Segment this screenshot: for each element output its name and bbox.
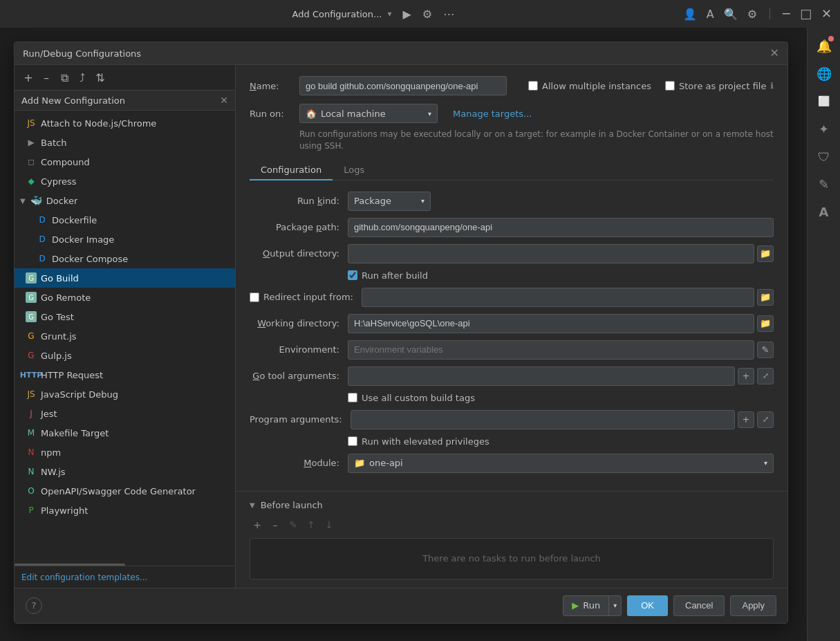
ai-icon[interactable]: ✦	[812, 116, 837, 141]
name-input[interactable]	[299, 76, 507, 95]
config-item-label: npm	[41, 447, 61, 458]
minimize-button[interactable]: ─	[783, 8, 790, 20]
run-icon[interactable]: ▶	[403, 8, 411, 21]
config-item-grunt[interactable]: G Grunt.js	[15, 326, 235, 346]
dropdown-arrow-icon: ▾	[428, 110, 431, 118]
notifications-icon[interactable]: 🔔	[812, 33, 837, 58]
before-launch-move-down-button[interactable]: ↓	[321, 517, 337, 532]
translate-icon[interactable]: A	[707, 8, 714, 21]
config-item-openapi[interactable]: O OpenAPI/Swagger Code Generator	[15, 481, 235, 501]
tab-logs[interactable]: Logs	[333, 160, 375, 180]
go-tool-expand-button[interactable]: ⤢	[757, 368, 774, 384]
add-config-button[interactable]: +	[20, 69, 37, 86]
run-on-dropdown[interactable]: 🏠 Local machine ▾	[299, 104, 438, 123]
environment-edit-button[interactable]: ✎	[757, 342, 774, 358]
run-debug-dialog: Run/Debug Configurations ✕ + – ⧉ ⤴ ⇅	[14, 41, 788, 624]
config-item-go-test[interactable]: G Go Test	[15, 307, 235, 326]
user-icon[interactable]: 👤	[683, 8, 697, 21]
config-item-npm[interactable]: N npm	[15, 443, 235, 462]
config-item-gulp[interactable]: G Gulp.js	[15, 346, 235, 365]
environment-wrap: ✎	[348, 340, 774, 360]
browser-icon[interactable]: 🌐	[812, 61, 837, 86]
more-icon[interactable]: ⋯	[443, 8, 454, 21]
plugin-icon[interactable]: ⬜	[812, 89, 837, 113]
ok-button[interactable]: OK	[627, 595, 668, 616]
run-after-build-checkbox[interactable]: Run after build	[348, 270, 428, 281]
config-item-dockerfile[interactable]: D Dockerfile	[15, 210, 235, 230]
before-launch-remove-button[interactable]: –	[268, 517, 283, 532]
search-icon[interactable]: 🔍	[724, 8, 738, 21]
sort-config-button[interactable]: ⇅	[92, 69, 109, 86]
config-item-playwright[interactable]: P Playwright	[15, 501, 235, 520]
program-args-add-button[interactable]: +	[738, 411, 754, 428]
config-item-batch[interactable]: ▶ Batch	[15, 133, 235, 152]
remove-config-button[interactable]: –	[38, 69, 55, 86]
config-item-docker[interactable]: ▼ 🐳 Docker	[15, 191, 235, 210]
store-as-project-checkbox[interactable]: Store as project file ℹ	[665, 81, 774, 91]
config-item-cypress[interactable]: ◆ Cypress	[15, 171, 235, 191]
config-item-makefile[interactable]: M Makefile Target	[15, 423, 235, 443]
run-button-main[interactable]: ▶ Run	[563, 596, 609, 615]
run-kind-dropdown[interactable]: Package ▾	[348, 192, 431, 211]
config-item-nwjs[interactable]: N NW.js	[15, 462, 235, 481]
jest-icon: J	[26, 408, 37, 419]
working-dir-browse-button[interactable]: 📁	[757, 315, 774, 332]
program-args-input[interactable]	[351, 410, 735, 429]
config-item-http[interactable]: HTTP HTTP Request	[15, 365, 235, 384]
working-dir-input[interactable]	[348, 314, 754, 333]
config-item-go-remote[interactable]: G Go Remote	[15, 288, 235, 307]
debug-icon[interactable]: ⚙	[422, 8, 432, 21]
go-tool-add-button[interactable]: +	[738, 368, 754, 384]
module-dropdown[interactable]: 📁 one-api ▾	[348, 454, 774, 473]
redirect-input-field[interactable]	[362, 288, 754, 307]
output-dir-input[interactable]	[348, 244, 754, 263]
copy-config-button[interactable]: ⧉	[56, 69, 73, 86]
run-button-dropdown[interactable]: ▾	[609, 596, 621, 615]
environment-input[interactable]	[348, 340, 754, 360]
title-dropdown-icon[interactable]: ▾	[387, 9, 391, 19]
use-custom-tags-checkbox[interactable]: Use all custom build tags	[348, 393, 475, 403]
settings-icon[interactable]: ⚙	[747, 8, 757, 21]
redirect-input-browse-button[interactable]: 📁	[757, 289, 774, 306]
config-item-docker-image[interactable]: D Docker Image	[15, 230, 235, 249]
redirect-input-checkbox[interactable]	[250, 292, 259, 302]
config-item-compound[interactable]: ◻ Compound	[15, 152, 235, 171]
run-button[interactable]: ▶ Run ▾	[563, 595, 622, 616]
package-path-input[interactable]	[348, 218, 774, 237]
config-item-docker-compose[interactable]: D Docker Compose	[15, 249, 235, 268]
tab-configuration[interactable]: Configuration	[250, 160, 333, 180]
run-on-value: 🏠 Local machine	[306, 109, 386, 119]
cancel-button[interactable]: Cancel	[673, 595, 725, 616]
output-dir-browse-button[interactable]: 📁	[757, 245, 774, 262]
before-launch-edit-button[interactable]: ✎	[286, 517, 301, 532]
name-checkboxes: Allow multiple instances Store as projec…	[528, 81, 774, 91]
editor-icon[interactable]: ✎	[812, 171, 837, 196]
manage-targets-link[interactable]: Manage targets...	[453, 109, 532, 119]
add-new-config-close[interactable]: ✕	[220, 95, 228, 106]
run-kind-row: Run kind: Package ▾	[250, 192, 774, 211]
before-launch-add-button[interactable]: +	[250, 517, 265, 532]
config-item-attach[interactable]: JS Attach to Node.js/Chrome	[15, 113, 235, 133]
move-config-button[interactable]: ⤴	[74, 69, 91, 86]
shield-icon[interactable]: 🛡	[812, 144, 837, 169]
apply-button[interactable]: Apply	[730, 595, 776, 616]
window-close-button[interactable]: ✕	[821, 8, 832, 20]
accessibility-icon[interactable]: A	[812, 199, 837, 224]
config-item-js-debug[interactable]: JS JavaScript Debug	[15, 384, 235, 404]
go-tool-args-input[interactable]	[348, 366, 735, 386]
maximize-button[interactable]: □	[800, 8, 812, 20]
config-item-go-build[interactable]: G Go Build	[15, 268, 235, 288]
before-launch-header[interactable]: ▼ Before launch	[250, 500, 774, 510]
before-launch-move-up-button[interactable]: ↑	[304, 517, 319, 532]
config-item-jest[interactable]: J Jest	[15, 404, 235, 423]
dialog-close-button[interactable]: ✕	[770, 48, 779, 59]
local-machine-icon: 🏠	[306, 109, 317, 119]
program-args-expand-button[interactable]: ⤢	[757, 411, 774, 428]
title-text: Add Configuration...	[292, 9, 382, 19]
run-elevated-checkbox[interactable]: Run with elevated privileges	[348, 436, 489, 447]
right-panel: Name: Allow multiple instances	[236, 65, 787, 588]
allow-multiple-checkbox[interactable]: Allow multiple instances	[528, 81, 651, 91]
help-button[interactable]: ?	[26, 597, 42, 614]
config-item-label: Playwright	[41, 505, 88, 516]
edit-templates-link[interactable]: Edit configuration templates...	[21, 573, 147, 582]
